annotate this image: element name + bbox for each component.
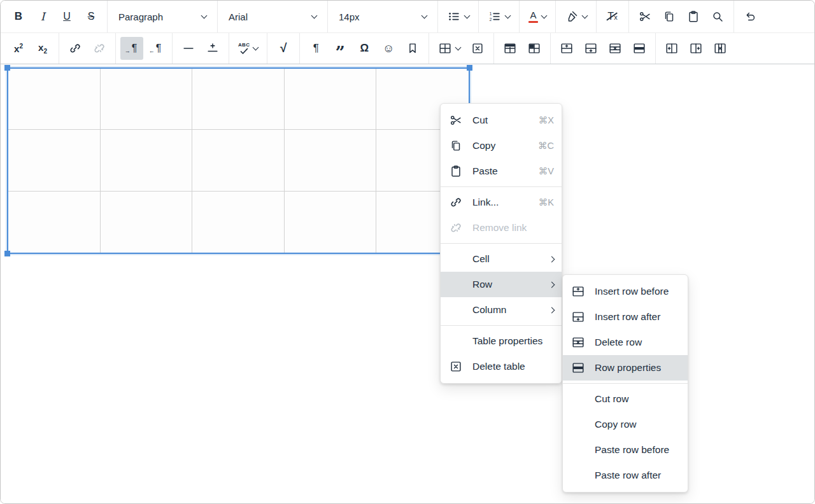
menu-item-insert-row-after[interactable]: Insert row after bbox=[563, 304, 688, 330]
menu-item-cell[interactable]: Cell bbox=[441, 246, 562, 272]
blockquote-button[interactable]: ” bbox=[329, 37, 351, 60]
delete-column-button[interactable] bbox=[709, 37, 732, 60]
table-cell[interactable] bbox=[101, 69, 193, 130]
insert-column-after-icon bbox=[689, 41, 703, 55]
insert-row-before-button[interactable] bbox=[555, 37, 578, 60]
paragraph-marks-button[interactable]: ¶ bbox=[304, 37, 327, 60]
chevron-right-icon bbox=[549, 256, 555, 262]
selection-handle-bottom-left[interactable] bbox=[4, 251, 10, 256]
insert-column-before-button[interactable] bbox=[660, 37, 683, 60]
menu-item-paste-row-after[interactable]: Paste row after bbox=[563, 463, 688, 488]
table-cell[interactable] bbox=[285, 130, 377, 191]
spellcheck-button[interactable]: ABC bbox=[234, 37, 262, 60]
scissors-icon bbox=[448, 113, 464, 128]
numbered-list-button[interactable]: 12 bbox=[483, 5, 514, 28]
search-button[interactable] bbox=[706, 5, 729, 28]
table-menu-button[interactable] bbox=[434, 37, 465, 60]
cut-button[interactable] bbox=[634, 5, 656, 28]
anchor-button[interactable] bbox=[401, 37, 424, 60]
menu-item-label: Paste bbox=[472, 165, 530, 177]
paste-button[interactable] bbox=[682, 5, 705, 28]
menu-item-cut[interactable]: Cut ⌘X bbox=[441, 108, 562, 133]
menu-item-cut-row[interactable]: Cut row bbox=[563, 386, 688, 412]
table-cell[interactable] bbox=[101, 192, 193, 253]
underline-icon: U bbox=[63, 11, 71, 22]
menu-item-label: Cut row bbox=[595, 393, 680, 405]
emoji-button[interactable]: ☺ bbox=[377, 37, 400, 60]
menu-item-delete-table[interactable]: Delete table bbox=[441, 354, 562, 379]
menu-item-link[interactable]: Link... ⌘K bbox=[441, 190, 562, 215]
chevron-down-icon bbox=[201, 13, 208, 19]
delete-column-icon bbox=[713, 41, 727, 55]
chevron-down-icon bbox=[253, 45, 259, 51]
menu-item-table-properties[interactable]: Table properties bbox=[441, 328, 562, 354]
horizontal-rule-button[interactable] bbox=[177, 37, 200, 60]
selection-handle-top-left[interactable] bbox=[4, 65, 10, 71]
bullet-list-button[interactable] bbox=[443, 5, 474, 28]
menu-item-icon-slot bbox=[570, 468, 586, 483]
delete-row-button[interactable] bbox=[604, 37, 627, 60]
table-cell[interactable] bbox=[8, 192, 101, 253]
table-cell[interactable] bbox=[285, 192, 377, 253]
block-format-select[interactable]: Paragraph bbox=[112, 5, 213, 28]
italic-button[interactable]: I bbox=[31, 5, 54, 28]
text-color-button[interactable]: A bbox=[524, 5, 551, 28]
strikethrough-button[interactable]: S bbox=[80, 5, 103, 28]
copy-button[interactable] bbox=[658, 5, 681, 28]
insert-column-after-button[interactable] bbox=[684, 37, 707, 60]
omega-icon: Ω bbox=[360, 42, 369, 55]
table-cell[interactable] bbox=[192, 69, 285, 130]
table-cell[interactable] bbox=[101, 130, 193, 191]
text-color-swatch bbox=[528, 21, 538, 24]
table-cell[interactable] bbox=[192, 192, 285, 253]
bold-button[interactable]: B bbox=[7, 5, 30, 28]
font-family-select[interactable]: Arial bbox=[222, 5, 323, 28]
menu-item-row[interactable]: Row bbox=[441, 272, 562, 297]
special-character-button[interactable]: Ω bbox=[353, 37, 376, 60]
block-format-value: Paragraph bbox=[118, 11, 163, 22]
table-properties-group bbox=[494, 33, 551, 64]
font-size-select[interactable]: 14px bbox=[332, 5, 433, 28]
table-cell[interactable] bbox=[8, 130, 101, 191]
page-break-button[interactable] bbox=[201, 37, 224, 60]
underline-button[interactable]: U bbox=[55, 5, 78, 28]
menu-item-icon-slot bbox=[448, 251, 464, 267]
spellcheck-label: ABC bbox=[238, 43, 250, 48]
emoji-icon: ☺ bbox=[383, 42, 394, 55]
menu-item-icon-slot bbox=[448, 277, 464, 292]
insert-row-after-button[interactable] bbox=[579, 37, 602, 60]
editor-canvas[interactable]: Cut ⌘X Copy ⌘C Paste ⌘V bbox=[1, 64, 814, 503]
menu-item-paste-row-before[interactable]: Paste row before bbox=[563, 437, 688, 463]
table-cell[interactable] bbox=[192, 130, 285, 191]
menu-item-remove-link[interactable]: Remove link bbox=[441, 215, 562, 241]
table-cell[interactable] bbox=[8, 69, 101, 130]
selection-handle-top-right[interactable] bbox=[467, 65, 472, 71]
menu-item-paste[interactable]: Paste ⌘V bbox=[441, 158, 562, 184]
table-cell[interactable] bbox=[285, 69, 377, 130]
link-button[interactable] bbox=[64, 37, 87, 60]
clear-formatting-button[interactable]: Tx bbox=[601, 5, 624, 28]
table-properties-button[interactable] bbox=[499, 37, 521, 60]
menu-item-icon-slot bbox=[448, 333, 464, 349]
highlight-color-button[interactable] bbox=[560, 5, 592, 28]
chevron-down-icon bbox=[311, 13, 318, 19]
row-properties-button[interactable] bbox=[628, 37, 651, 60]
unlink-button[interactable] bbox=[88, 37, 111, 60]
menu-item-copy[interactable]: Copy ⌘C bbox=[441, 133, 562, 158]
cell-properties-button[interactable] bbox=[523, 37, 546, 60]
menu-item-insert-row-before[interactable]: Insert row before bbox=[563, 279, 688, 304]
editor-table[interactable] bbox=[7, 67, 470, 254]
rtl-button[interactable]: ¶ ← bbox=[145, 37, 167, 60]
link-icon bbox=[68, 41, 82, 55]
menu-item-row-properties[interactable]: Row properties bbox=[563, 355, 688, 381]
subscript-button[interactable]: x2 bbox=[31, 37, 54, 60]
menu-item-copy-row[interactable]: Copy row bbox=[563, 412, 688, 437]
formula-button[interactable]: √ bbox=[272, 37, 295, 60]
menu-item-column[interactable]: Column bbox=[441, 297, 562, 323]
menu-item-delete-row[interactable]: Delete row bbox=[563, 330, 688, 355]
superscript-button[interactable]: x2 bbox=[7, 37, 30, 60]
delete-table-button[interactable] bbox=[466, 37, 489, 60]
ltr-button[interactable]: ¶ → bbox=[120, 37, 143, 60]
undo-button[interactable] bbox=[739, 5, 762, 28]
rich-text-editor-window: B I U S Paragraph Arial 14px bbox=[0, 0, 815, 504]
